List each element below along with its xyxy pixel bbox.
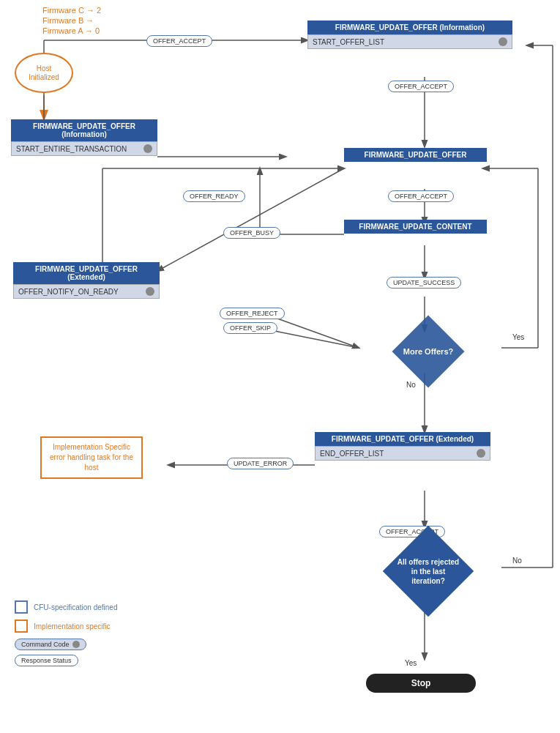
legend-command-code: Command Code: [15, 639, 86, 650]
offer-skip-oval: OFFER_SKIP: [223, 322, 277, 334]
firmware-content-header: FIRMWARE_UPDATE_CONTENT: [344, 220, 487, 234]
firmware-offer-header: FIRMWARE_UPDATE_OFFER: [344, 148, 487, 162]
start-entire-icon: [143, 144, 152, 153]
legend: CFU-specification defined Implementation…: [15, 600, 118, 666]
stop-box: Stop: [366, 674, 476, 693]
offer-busy-oval: OFFER_BUSY: [223, 227, 280, 239]
start-offer-list-block: FIRMWARE_UPDATE_OFFER (Information) STAR…: [307, 21, 512, 49]
firmware-a-label: Firmware A → 0: [42, 26, 101, 35]
update-success-oval: UPDATE_SUCCESS: [387, 277, 461, 289]
start-offer-sub: START_OFFER_LIST: [307, 34, 512, 49]
firmware-b-label: Firmware B →: [42, 16, 101, 25]
offer-notify-block: FIRMWARE_UPDATE_OFFER (Extended) OFFER_N…: [13, 262, 160, 299]
update-error-oval: UPDATE_ERROR: [227, 458, 294, 469]
notify-icon: [146, 287, 154, 296]
end-offer-sub: END_OFFER_LIST: [315, 446, 490, 461]
start-entire-transaction-block: FIRMWARE_UPDATE_OFFER (Information) STAR…: [11, 119, 157, 156]
start-offer-icon: [499, 37, 507, 46]
notify-header: FIRMWARE_UPDATE_OFFER (Extended): [13, 262, 160, 284]
no-label-more-offers: No: [406, 381, 416, 389]
yes-label-all-rejected: Yes: [405, 659, 417, 667]
firmware-update-offer-block: FIRMWARE_UPDATE_OFFER: [344, 148, 487, 162]
svg-line-18: [157, 168, 344, 271]
end-offer-list-block: FIRMWARE_UPDATE_OFFER (Extended) END_OFF…: [315, 432, 490, 461]
offer-accept-top-oval: OFFER_ACCEPT: [146, 35, 212, 47]
legend-response-status: Response Status: [15, 655, 78, 666]
offer-accept-2-oval: OFFER_ACCEPT: [388, 81, 454, 92]
firmware-c-label: Firmware C → 2: [42, 6, 101, 15]
offer-accept-3-oval: OFFER_ACCEPT: [388, 190, 454, 202]
start-entire-sub: START_ENTIRE_TRANSACTION: [11, 141, 157, 156]
host-initialized: Host Initialized: [15, 53, 73, 93]
impl-legend-label: Implementation specific: [34, 622, 111, 630]
no-label-all-rejected: No: [512, 557, 522, 565]
diagram-container: Firmware C → 2 Firmware B → Firmware A →…: [0, 0, 560, 733]
all-rejected-diamond: All offers rejectedin the lastiteration?: [359, 538, 498, 604]
cfu-legend-icon: [15, 600, 28, 614]
error-handling-box: Implementation Specific error handling t…: [40, 436, 143, 479]
firmware-content-block: FIRMWARE_UPDATE_CONTENT: [344, 220, 487, 234]
offer-reject-oval: OFFER_REJECT: [220, 308, 285, 319]
end-offer-icon: [477, 449, 485, 458]
yes-label-more-offers: Yes: [512, 333, 524, 341]
firmware-labels: Firmware C → 2 Firmware B → Firmware A →…: [42, 6, 101, 37]
offer-ready-oval: OFFER_READY: [183, 190, 245, 202]
end-offer-header: FIRMWARE_UPDATE_OFFER (Extended): [315, 432, 490, 446]
cfu-legend-label: CFU-specification defined: [34, 603, 118, 611]
impl-legend-icon: [15, 619, 28, 633]
cmd-circle-icon: [72, 641, 80, 648]
svg-line-21: [267, 315, 359, 348]
start-offer-header: FIRMWARE_UPDATE_OFFER (Information): [307, 21, 512, 34]
more-offers-diamond: More Offers?: [359, 326, 498, 377]
notify-sub: OFFER_NOTIFY_ON_READY: [13, 284, 160, 299]
svg-line-22: [267, 330, 359, 348]
start-entire-header: FIRMWARE_UPDATE_OFFER (Information): [11, 119, 157, 141]
